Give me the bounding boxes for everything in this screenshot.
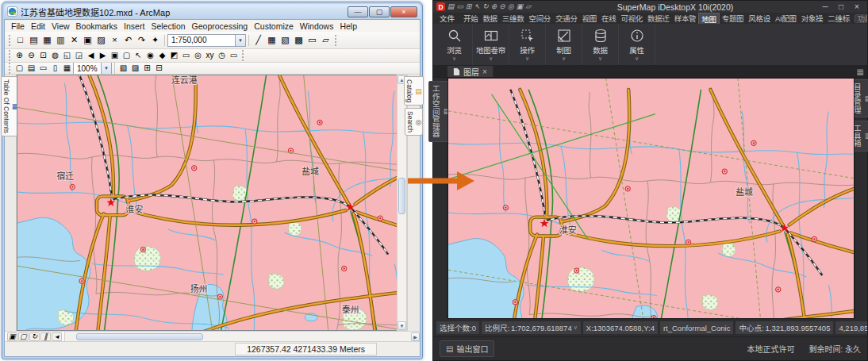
- delete-icon[interactable]: ×: [108, 34, 121, 47]
- layout-toggle-draft-icon[interactable]: ▧: [117, 63, 129, 74]
- map-view-arcmap[interactable]: 连云港 宿迁 扬州 泰州: [17, 75, 397, 331]
- scroll-down-icon[interactable]: ▼: [398, 321, 406, 330]
- attribute-table-icon[interactable]: ▦: [265, 34, 278, 47]
- close-tab-icon[interactable]: ×: [482, 67, 487, 76]
- pan-icon[interactable]: ⊡: [37, 51, 49, 61]
- supermap-titlebar[interactable]: D ▤▭⊞↖↻⊕⊖◎▣▱ SuperMap iDesktopX 10i(2020…: [433, 1, 867, 13]
- cut-icon[interactable]: ✕: [67, 34, 81, 47]
- search-tab[interactable]: ◎ Search: [405, 108, 424, 136]
- maximize-button[interactable]: □: [835, 2, 847, 11]
- horizontal-scroll-thumb[interactable]: [76, 333, 203, 340]
- back-extent-icon[interactable]: ◀: [85, 51, 97, 61]
- layout-remove-toggle-icon[interactable]: ⊟: [153, 63, 165, 74]
- save-icon[interactable]: ▤: [447, 2, 455, 11]
- layout-fixed-zoom-icon[interactable]: ▯: [49, 63, 61, 74]
- layout-icon[interactable]: ▱: [525, 2, 531, 11]
- zoom-in-icon[interactable]: ⊕: [491, 2, 497, 11]
- fixed-zoom-in-icon[interactable]: ◱: [61, 51, 73, 61]
- undo-icon[interactable]: ↶: [121, 34, 135, 47]
- layout-zoom-in-icon[interactable]: ▢: [13, 63, 25, 74]
- catalog-tab[interactable]: ▤ Catalog: [404, 76, 424, 106]
- zoom-out-icon[interactable]: ⊖: [499, 2, 505, 11]
- close-button[interactable]: ×: [390, 6, 417, 17]
- arctoolbox-icon[interactable]: ▧: [278, 34, 292, 47]
- combo-dropdown-icon[interactable]: ▾: [101, 63, 111, 74]
- ribbon-tab[interactable]: 在线: [599, 13, 618, 24]
- redo-icon[interactable]: ↷: [135, 34, 148, 47]
- identify-icon[interactable]: ◉: [144, 51, 156, 61]
- layout-pan-icon[interactable]: ▭: [37, 63, 49, 74]
- ribbon-tab[interactable]: 风格设: [746, 13, 773, 24]
- layout-full-page-icon[interactable]: ▦: [61, 63, 73, 74]
- center-point-x[interactable]: 中心点: 1,321,893.9557405: [735, 321, 833, 334]
- menu-item[interactable]: Edit: [28, 21, 48, 31]
- menu-item[interactable]: Help: [336, 21, 360, 31]
- scroll-right-icon[interactable]: ▶: [411, 332, 420, 341]
- fixed-zoom-out-icon[interactable]: ◲: [73, 51, 85, 61]
- save-icon[interactable]: ▦: [40, 34, 54, 47]
- modelbuilder-icon[interactable]: ▩: [292, 34, 305, 47]
- menu-item[interactable]: Customize: [251, 21, 297, 31]
- toolbar-grip[interactable]: [335, 35, 337, 46]
- map-document-tab[interactable]: 图层 ×: [447, 66, 494, 77]
- menu-item[interactable]: Bookmarks: [73, 21, 121, 31]
- layout-zoom-out-icon[interactable]: ▤: [25, 63, 37, 74]
- ribbon-tab[interactable]: AI配图: [773, 13, 799, 24]
- select-features-icon[interactable]: ▣: [109, 51, 121, 61]
- python-window-icon[interactable]: ▱: [319, 34, 332, 47]
- output-window-button[interactable]: ▤ 输出窗口: [440, 340, 494, 357]
- html-popup-icon[interactable]: ◩: [168, 51, 180, 61]
- toolbar-grip[interactable]: [9, 63, 11, 74]
- ribbon-tab[interactable]: 交通分: [553, 13, 580, 24]
- map-canvas-arcmap[interactable]: 连云港 宿迁 扬州 泰州: [17, 75, 397, 330]
- operate-button[interactable]: 操作 ∨: [509, 24, 546, 65]
- toolbar-grip[interactable]: [9, 50, 11, 61]
- pause-drawing-button[interactable]: ∥: [40, 332, 51, 341]
- add-data-icon[interactable]: ✦: [148, 34, 162, 47]
- copy-icon[interactable]: ▣: [81, 34, 94, 47]
- ribbon-tab[interactable]: 对象操: [799, 13, 826, 24]
- cartography-button[interactable]: 制图 ∨: [546, 24, 582, 65]
- viewer-window-icon[interactable]: ▭: [228, 51, 240, 61]
- legend-panel-icon[interactable]: ▦: [857, 67, 867, 76]
- ribbon-tab[interactable]: 专题图: [720, 13, 747, 24]
- add-icon[interactable]: ⊞: [466, 2, 472, 11]
- menu-item[interactable]: Geoprocessing: [189, 21, 252, 31]
- minimize-button[interactable]: —: [348, 6, 368, 17]
- editor-toolbar-icon[interactable]: ╱: [252, 34, 265, 47]
- arcmap-titlebar[interactable]: 江苏省基础地理数据102.mxd - ArcMap — ▢ ×: [4, 4, 421, 19]
- go-to-xy-icon[interactable]: xy: [204, 51, 216, 61]
- ribbon-tab[interactable]: 数据: [480, 13, 499, 24]
- menu-item[interactable]: Selection: [148, 21, 188, 31]
- properties-button[interactable]: 属性 ∨: [619, 24, 655, 65]
- add-window-icon[interactable]: ▭: [305, 34, 319, 47]
- map-scale-combobox[interactable]: 1:750,000 ▾: [167, 34, 246, 47]
- paste-icon[interactable]: ▨: [94, 34, 108, 47]
- ribbon-tab[interactable]: 可视化: [618, 13, 645, 24]
- forward-extent-icon[interactable]: ▶: [97, 51, 109, 61]
- time-slider-icon[interactable]: ◷: [216, 51, 228, 61]
- zoom-out-icon[interactable]: ⊖: [25, 51, 37, 61]
- scale-combobox[interactable]: 比例尺: 1:702,679.618874 ∨: [482, 321, 581, 334]
- data-button[interactable]: 数据 ∨: [582, 24, 619, 65]
- toolbar-grip[interactable]: [242, 50, 244, 61]
- ribbon-tab[interactable]: 二维标: [825, 13, 852, 24]
- hyperlink-icon[interactable]: ◆: [156, 51, 168, 61]
- browse-button[interactable]: 浏览 ∨: [436, 24, 473, 65]
- map-swipe-button[interactable]: 地图卷帘 ∨: [473, 24, 509, 65]
- clear-selection-icon[interactable]: ▢: [121, 51, 133, 61]
- menu-item[interactable]: Insert: [121, 21, 148, 31]
- select-elements-pointer-icon[interactable]: ↖: [133, 51, 144, 61]
- ribbon-tab[interactable]: 数据迁: [645, 13, 672, 24]
- file-menu-button[interactable]: 文件: [435, 13, 461, 24]
- chevron-down-icon[interactable]: ∨: [635, 56, 639, 61]
- zoom-in-icon[interactable]: ⊕: [13, 51, 25, 61]
- ribbon-tab[interactable]: 地图: [698, 13, 719, 24]
- map-canvas-supermap[interactable]: [448, 79, 854, 318]
- ribbon-tab[interactable]: 样本管: [672, 13, 699, 24]
- menu-item[interactable]: Windows: [297, 21, 337, 31]
- layout-zoom-combobox[interactable]: 100% ▾: [73, 63, 112, 75]
- maximize-button[interactable]: ▢: [369, 6, 390, 17]
- close-button[interactable]: ×: [851, 2, 862, 11]
- data-view-button[interactable]: ▣: [7, 332, 17, 341]
